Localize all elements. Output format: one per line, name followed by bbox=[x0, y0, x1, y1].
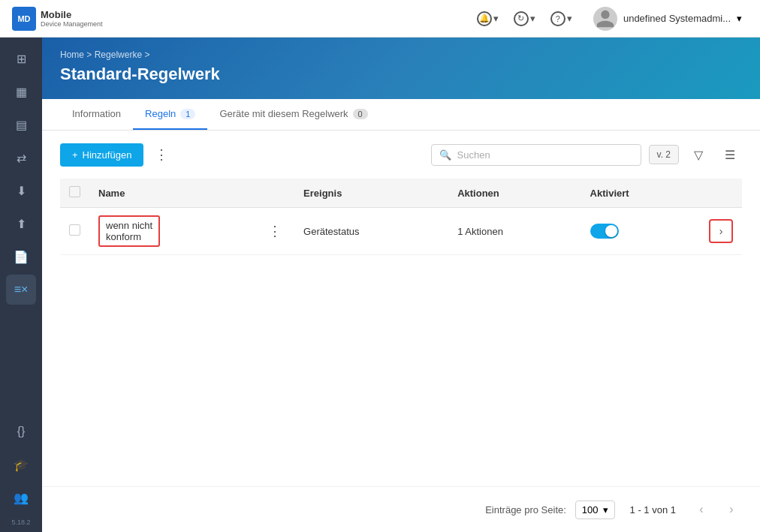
sidebar-item-learn[interactable]: 🎓 bbox=[6, 449, 36, 479]
upload-icon: ⬆ bbox=[17, 217, 26, 231]
select-all-checkbox[interactable] bbox=[69, 186, 80, 197]
refresh-icon: ↻ bbox=[514, 11, 529, 26]
tabs-bar: Information Regeln 1 Geräte mit diesem R… bbox=[42, 99, 760, 131]
sidebar-item-document[interactable]: 📄 bbox=[6, 242, 36, 272]
page-header: Home > Regelwerke > Standard-Regelwerk bbox=[42, 38, 760, 99]
apps-icon: ▦ bbox=[16, 85, 27, 99]
avatar bbox=[593, 7, 617, 31]
next-page-button[interactable]: › bbox=[721, 499, 742, 520]
refresh-button[interactable]: ↻ ▾ bbox=[508, 8, 541, 29]
navbar-icons: 🔔 ▾ ↻ ▾ ? ▾ bbox=[471, 8, 578, 29]
code-icon: {} bbox=[17, 425, 26, 438]
header-nav-col bbox=[700, 179, 742, 208]
row-aktionen-cell: 1 Aktionen bbox=[448, 208, 581, 255]
list-view-button[interactable]: ☰ bbox=[718, 143, 742, 167]
add-icon: + bbox=[72, 149, 78, 161]
tab-geraete-badge: 0 bbox=[353, 109, 368, 119]
row-more-button[interactable]: ⋮ bbox=[264, 221, 285, 242]
entries-label: Einträge pro Seite: bbox=[485, 504, 566, 515]
row-ereignis: Gerätestatus bbox=[303, 226, 359, 237]
row-more-cell: ⋮ bbox=[255, 208, 294, 255]
logo-sub: Device Management bbox=[41, 20, 103, 28]
notifications-button[interactable]: 🔔 ▾ bbox=[471, 8, 505, 29]
sidebar-item-reports[interactable]: ▤ bbox=[6, 110, 36, 140]
tab-information[interactable]: Information bbox=[60, 99, 133, 130]
search-box: 🔍 bbox=[431, 144, 641, 166]
more-dots-icon: ⋮ bbox=[155, 146, 168, 163]
user-menu[interactable]: undefined Systemadmi... ▾ bbox=[587, 4, 748, 34]
search-icon: 🔍 bbox=[439, 149, 451, 161]
row-aktionen: 1 Aktionen bbox=[457, 226, 503, 237]
tab-regeln[interactable]: Regeln 1 bbox=[133, 99, 207, 130]
add-button[interactable]: + Hinzufügen bbox=[60, 143, 143, 167]
row-checkbox-cell bbox=[60, 208, 89, 255]
sidebar-item-transfer[interactable]: ⇄ bbox=[6, 143, 36, 173]
sidebar: ⊞ ▦ ▤ ⇄ ⬇ ⬆ 📄 ≡× {} 🎓 👥 bbox=[0, 38, 42, 532]
app-logo: MD Mobile Device Management bbox=[12, 7, 103, 31]
avatar-icon bbox=[595, 8, 616, 29]
sidebar-version: 5.18.2 bbox=[11, 518, 30, 526]
data-table: Name Ereignis Aktionen Aktiviert bbox=[60, 179, 742, 255]
help-button[interactable]: ? ▾ bbox=[544, 8, 578, 29]
add-label: Hinzufügen bbox=[83, 149, 132, 161]
top-navbar: MD Mobile Device Management 🔔 ▾ ↻ ▾ ? ▾ … bbox=[0, 0, 760, 38]
sidebar-item-code[interactable]: {} bbox=[6, 416, 36, 446]
learn-icon: 🎓 bbox=[14, 458, 29, 472]
toggle-knob bbox=[605, 225, 617, 237]
tab-geraete-label: Geräte mit diesem Regelwerk bbox=[219, 108, 348, 119]
sidebar-item-dashboard[interactable]: ⊞ bbox=[6, 44, 36, 74]
table-footer: Einträge pro Seite: 100 ▾ 1 - 1 von 1 ‹ … bbox=[42, 486, 760, 532]
filter-icon: ▽ bbox=[694, 148, 703, 162]
search-input[interactable] bbox=[457, 149, 633, 161]
user-name: undefined Systemadmi... bbox=[623, 13, 731, 24]
row-detail-button[interactable]: › bbox=[709, 219, 733, 243]
version-badge: v. 2 bbox=[649, 145, 679, 164]
content-area: Home > Regelwerke > Standard-Regelwerk I… bbox=[42, 38, 760, 532]
row-name[interactable]: wenn nichtkonform bbox=[98, 215, 160, 247]
table-header-row: Name Ereignis Aktionen Aktiviert bbox=[60, 179, 742, 208]
prev-icon: ‹ bbox=[699, 503, 703, 516]
sidebar-item-download[interactable]: ⬇ bbox=[6, 176, 36, 206]
aktiviert-toggle[interactable] bbox=[590, 224, 619, 239]
bell-icon: 🔔 bbox=[477, 11, 492, 26]
tab-geraete[interactable]: Geräte mit diesem Regelwerk 0 bbox=[207, 99, 379, 130]
breadcrumb: Home > Regelwerke > bbox=[60, 50, 742, 60]
next-icon: › bbox=[729, 503, 733, 516]
sidebar-item-apps[interactable]: ▦ bbox=[6, 77, 36, 107]
users-icon: 👥 bbox=[14, 491, 29, 505]
row-checkbox[interactable] bbox=[69, 224, 80, 236]
list-icon: ☰ bbox=[725, 148, 735, 162]
sidebar-item-upload[interactable]: ⬆ bbox=[6, 209, 36, 239]
breadcrumb-home[interactable]: Home bbox=[60, 50, 84, 60]
logo-icon: MD bbox=[12, 7, 36, 31]
dashboard-icon: ⊞ bbox=[17, 52, 26, 66]
row-nav-cell: › bbox=[700, 208, 742, 255]
header-aktionen: Aktionen bbox=[448, 179, 581, 208]
main-layout: ⊞ ▦ ▤ ⇄ ⬇ ⬆ 📄 ≡× {} 🎓 👥 bbox=[0, 38, 760, 532]
more-options-button[interactable]: ⋮ bbox=[151, 144, 172, 165]
per-page-select[interactable]: 100 ▾ bbox=[575, 500, 615, 519]
tab-information-label: Information bbox=[72, 108, 121, 119]
sidebar-item-rules[interactable]: ≡× bbox=[6, 275, 36, 305]
breadcrumb-sep1: > bbox=[86, 50, 94, 60]
sidebar-item-users[interactable]: 👥 bbox=[6, 482, 36, 512]
transfer-icon: ⇄ bbox=[17, 151, 26, 165]
row-more-icon: ⋮ bbox=[268, 223, 282, 239]
breadcrumb-regelwerke[interactable]: Regelwerke bbox=[95, 50, 142, 60]
filter-button[interactable]: ▽ bbox=[686, 143, 710, 167]
table-row: wenn nichtkonform ⋮ Gerätestatus 1 Aktio… bbox=[60, 208, 742, 255]
main-content: + Hinzufügen ⋮ 🔍 v. 2 ▽ ☰ bbox=[42, 131, 760, 486]
page-title: Standard-Regelwerk bbox=[60, 65, 742, 84]
row-name-cell: wenn nichtkonform bbox=[89, 208, 255, 255]
tab-regeln-label: Regeln bbox=[145, 108, 176, 119]
download-icon: ⬇ bbox=[17, 184, 26, 198]
prev-page-button[interactable]: ‹ bbox=[691, 499, 712, 520]
help-icon: ? bbox=[550, 11, 565, 26]
document-icon: 📄 bbox=[14, 250, 29, 264]
pagination-info: 1 - 1 von 1 bbox=[630, 504, 676, 515]
per-page-value: 100 bbox=[582, 504, 599, 515]
header-ereignis: Ereignis bbox=[294, 179, 448, 208]
logo-text: Mobile bbox=[41, 9, 103, 21]
tab-regeln-badge: 1 bbox=[180, 109, 195, 119]
arrow-right-icon: › bbox=[719, 225, 723, 237]
